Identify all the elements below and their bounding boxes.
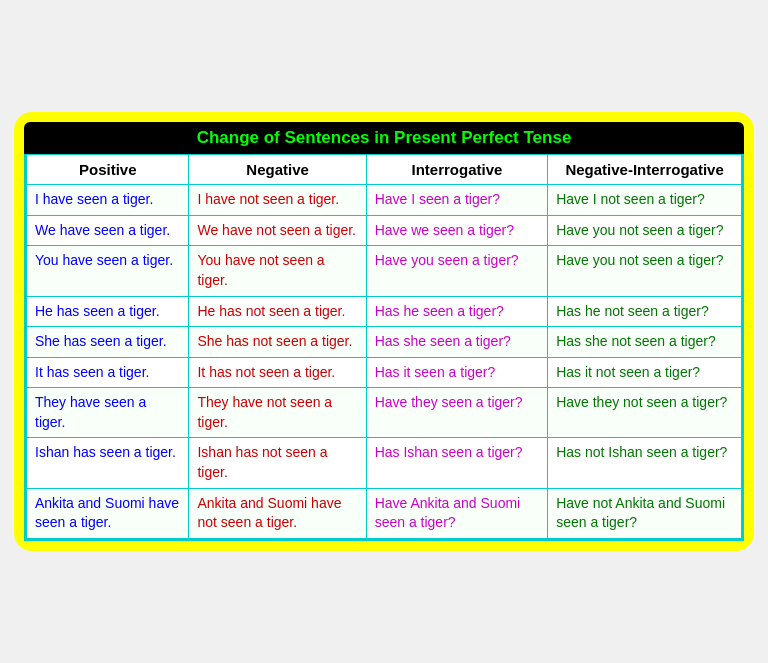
cell-negative: I have not seen a tiger. xyxy=(189,185,366,216)
cell-positive: You have seen a tiger. xyxy=(27,246,189,296)
table-row: He has seen a tiger.He has not seen a ti… xyxy=(27,296,742,327)
cell-neg_interrogative: Has not Ishan seen a tiger? xyxy=(548,438,742,488)
cell-negative: Ankita and Suomi have not seen a tiger. xyxy=(189,488,366,538)
cell-interrogative: Has Ishan seen a tiger? xyxy=(366,438,548,488)
table-row: We have seen a tiger.We have not seen a … xyxy=(27,215,742,246)
cell-neg_interrogative: Has it not seen a tiger? xyxy=(548,357,742,388)
cell-negative: We have not seen a tiger. xyxy=(189,215,366,246)
cell-positive: I have seen a tiger. xyxy=(27,185,189,216)
cell-positive: Ankita and Suomi have seen a tiger. xyxy=(27,488,189,538)
outer-container: Change of Sentences in Present Perfect T… xyxy=(14,112,754,551)
cell-interrogative: Has she seen a tiger? xyxy=(366,327,548,358)
cell-interrogative: Have Ankita and Suomi seen a tiger? xyxy=(366,488,548,538)
cell-positive: We have seen a tiger. xyxy=(27,215,189,246)
cell-negative: You have not seen a tiger. xyxy=(189,246,366,296)
cell-neg_interrogative: Have you not seen a tiger? xyxy=(548,246,742,296)
header-neg-interrogative: Negative-Interrogative xyxy=(548,155,742,185)
cell-neg_interrogative: Have I not seen a tiger? xyxy=(548,185,742,216)
cell-interrogative: Has he seen a tiger? xyxy=(366,296,548,327)
cell-positive: Ishan has seen a tiger. xyxy=(27,438,189,488)
table-row: Ankita and Suomi have seen a tiger.Ankit… xyxy=(27,488,742,538)
cell-negative: Ishan has not seen a tiger. xyxy=(189,438,366,488)
cell-interrogative: Have you seen a tiger? xyxy=(366,246,548,296)
cell-positive: She has seen a tiger. xyxy=(27,327,189,358)
cell-positive: They have seen a tiger. xyxy=(27,388,189,438)
table-wrapper: Positive Negative Interrogative Negative… xyxy=(24,154,744,541)
table-row: You have seen a tiger.You have not seen … xyxy=(27,246,742,296)
table-row: They have seen a tiger.They have not see… xyxy=(27,388,742,438)
cell-positive: It has seen a tiger. xyxy=(27,357,189,388)
cell-neg_interrogative: Have not Ankita and Suomi seen a tiger? xyxy=(548,488,742,538)
page-title: Change of Sentences in Present Perfect T… xyxy=(24,122,744,154)
cell-neg_interrogative: Has he not seen a tiger? xyxy=(548,296,742,327)
cell-positive: He has seen a tiger. xyxy=(27,296,189,327)
cell-neg_interrogative: Has she not seen a tiger? xyxy=(548,327,742,358)
cell-negative: She has not seen a tiger. xyxy=(189,327,366,358)
cell-interrogative: Has it seen a tiger? xyxy=(366,357,548,388)
cell-neg_interrogative: Have you not seen a tiger? xyxy=(548,215,742,246)
header-row: Positive Negative Interrogative Negative… xyxy=(27,155,742,185)
cell-interrogative: Have they seen a tiger? xyxy=(366,388,548,438)
cell-neg_interrogative: Have they not seen a tiger? xyxy=(548,388,742,438)
cell-interrogative: Have I seen a tiger? xyxy=(366,185,548,216)
cell-negative: They have not seen a tiger. xyxy=(189,388,366,438)
sentences-table: Positive Negative Interrogative Negative… xyxy=(26,154,742,539)
header-positive: Positive xyxy=(27,155,189,185)
cell-negative: He has not seen a tiger. xyxy=(189,296,366,327)
table-row: It has seen a tiger.It has not seen a ti… xyxy=(27,357,742,388)
cell-negative: It has not seen a tiger. xyxy=(189,357,366,388)
table-row: I have seen a tiger.I have not seen a ti… xyxy=(27,185,742,216)
table-row: She has seen a tiger.She has not seen a … xyxy=(27,327,742,358)
cell-interrogative: Have we seen a tiger? xyxy=(366,215,548,246)
header-interrogative: Interrogative xyxy=(366,155,548,185)
header-negative: Negative xyxy=(189,155,366,185)
table-row: Ishan has seen a tiger.Ishan has not see… xyxy=(27,438,742,488)
